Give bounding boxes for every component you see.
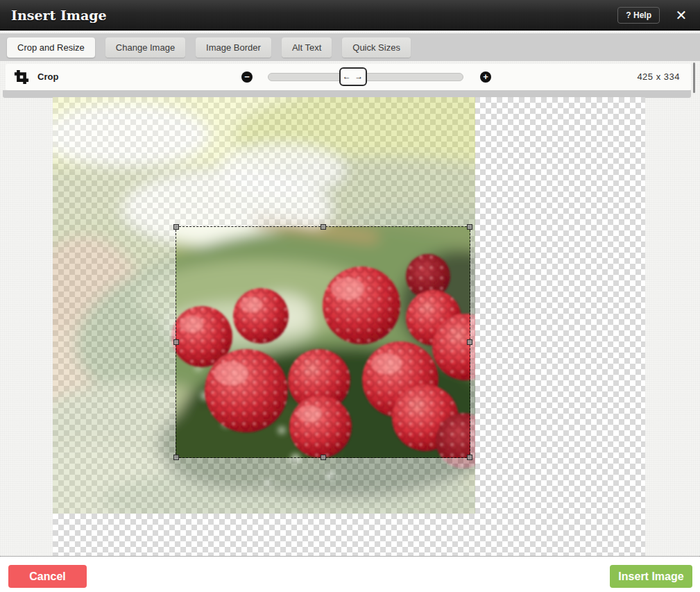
insert-image-button[interactable]: Insert Image	[610, 565, 692, 588]
dialog-header: Insert Image ? Help ✕	[0, 0, 700, 31]
cancel-button[interactable]: Cancel	[8, 565, 87, 588]
crop-handle-bottom-middle[interactable]	[321, 455, 326, 460]
tab-bar: Crop and Resize Change Image Image Borde…	[0, 33, 700, 61]
help-button[interactable]: ? Help	[617, 7, 660, 24]
crop-toolbar: Crop − ← → + 425 x 334	[6, 64, 691, 90]
tab-crop-and-resize[interactable]: Crop and Resize	[7, 37, 95, 58]
dialog-title: Insert Image	[11, 0, 107, 31]
crop-handle-top-left[interactable]	[173, 224, 179, 230]
crop-fade-bottom	[53, 458, 475, 514]
resize-slider-handle[interactable]: ← →	[339, 67, 367, 86]
tab-change-image[interactable]: Change Image	[105, 37, 185, 58]
crop-dimensions-readout: 425 x 334	[637, 64, 680, 90]
scrollbar-thumb[interactable]	[693, 62, 695, 93]
close-icon[interactable]: ✕	[672, 6, 690, 24]
crop-handle-top-middle[interactable]	[321, 224, 326, 230]
tab-alt-text[interactable]: Alt Text	[282, 37, 332, 58]
tab-image-border[interactable]: Image Border	[196, 37, 271, 58]
insert-image-dialog: Insert Image ? Help ✕ Crop and Resize Ch…	[0, 0, 700, 592]
zoom-out-button[interactable]: −	[241, 71, 253, 83]
crop-handle-middle-right[interactable]	[467, 339, 472, 345]
crop-tool-label: Crop	[37, 64, 58, 90]
crop-handle-middle-left[interactable]	[173, 339, 179, 345]
crop-selection-marquee[interactable]	[176, 226, 470, 458]
crop-handle-bottom-right[interactable]	[467, 455, 472, 460]
crop-handle-bottom-left[interactable]	[173, 455, 179, 460]
zoom-in-button[interactable]: +	[480, 71, 491, 83]
crop-fade-top	[53, 97, 475, 226]
crop-handle-top-right[interactable]	[467, 224, 472, 230]
crop-fade-left	[53, 226, 176, 458]
dialog-footer: Cancel Insert Image	[0, 556, 700, 592]
crop-icon	[14, 69, 29, 85]
tab-quick-sizes[interactable]: Quick Sizes	[342, 37, 411, 58]
